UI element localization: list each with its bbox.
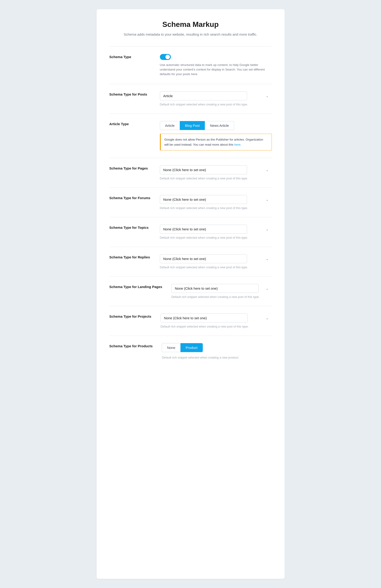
article-type-article-button[interactable]: Article [160,121,180,130]
posts-select[interactable]: Article None (Click here to set one) Blo… [160,91,247,100]
chevron-down-icon: ⌄ [266,227,269,231]
article-type-section: Article Type Article Blog Post News Arti… [109,113,272,158]
topics-select-wrapper: None (Click here to set one) ⌄ [160,225,272,233]
article-type-warning: Google does not allow Person as the Publ… [160,134,272,150]
projects-hint: Default rich snippet selected when creat… [161,325,272,328]
schema-type-replies-section: Schema Type for Replies None (Click here… [109,247,272,276]
schema-type-projects-label: Schema Type for Projects [109,314,152,318]
topics-select[interactable]: None (Click here to set one) [160,225,247,233]
pages-select-wrapper: None (Click here to set one) ⌄ [160,165,272,174]
page-title: Schema Markup [109,20,272,29]
schema-type-section: Schema Type Use automatic structured dat… [109,46,272,84]
chevron-down-icon: ⌄ [266,257,269,261]
schema-type-replies-content: None (Click here to set one) ⌄ Default r… [160,254,272,269]
warning-link[interactable]: here [234,143,240,146]
forums-hint: Default rich snippet selected when creat… [160,206,272,210]
schema-type-posts-label: Schema Type for Posts [109,91,151,96]
chevron-down-icon: ⌄ [266,94,269,98]
toggle-wrapper [160,54,272,60]
products-button-group: None Product [162,343,272,352]
schema-type-landing-pages-content: None (Click here to set one) ⌄ Default r… [171,284,272,299]
schema-type-products-section: Schema Type for Products None Product De… [109,336,272,367]
products-product-button[interactable]: Product [181,343,203,352]
settings-card: Schema Markup Schema adds metadata to yo… [96,9,285,579]
forums-select-wrapper: None (Click here to set one) ⌄ [160,195,272,204]
pages-hint: Default rich snippet selected when creat… [160,177,272,180]
projects-select[interactable]: None (Click here to set one) [161,314,248,322]
article-type-button-group: Article Blog Post News Article [160,121,272,130]
projects-select-wrapper: None (Click here to set one) ⌄ [161,314,272,322]
schema-type-landing-pages-label: Schema Type for Landing Pages [109,284,162,289]
schema-type-projects-section: Schema Type for Projects None (Click her… [109,306,272,336]
schema-type-topics-section: Schema Type for Topics None (Click here … [109,217,272,247]
schema-type-forums-label: Schema Type for Forums [109,195,151,200]
schema-type-posts-section: Schema Type for Posts Article None (Clic… [109,84,272,113]
schema-type-content: Use automatic structured data to mark up… [160,54,272,77]
schema-type-replies-label: Schema Type for Replies [109,254,151,259]
article-type-content: Article Blog Post News Article Google do… [160,121,272,150]
schema-type-projects-content: None (Click here to set one) ⌄ Default r… [161,314,272,328]
schema-type-toggle[interactable] [160,54,171,60]
page-subtitle: Schema adds metadata to your website, re… [109,32,272,37]
schema-type-posts-content: Article None (Click here to set one) Blo… [160,91,272,106]
schema-type-description: Use automatic structured data to mark up… [160,63,272,77]
chevron-down-icon: ⌄ [266,287,269,290]
replies-hint: Default rich snippet selected when creat… [160,266,272,269]
landing-pages-select-wrapper: None (Click here to set one) ⌄ [171,284,272,293]
posts-hint: Default rich snippet selected when creat… [160,103,272,106]
replies-select[interactable]: None (Click here to set one) [160,254,247,263]
warning-text: Google does not allow Person as the Publ… [164,138,263,146]
replies-select-wrapper: None (Click here to set one) ⌄ [160,254,272,263]
article-type-blogpost-button[interactable]: Blog Post [180,121,205,130]
products-none-button[interactable]: None [162,343,181,352]
pages-select[interactable]: None (Click here to set one) [160,165,247,174]
posts-select-wrapper: Article None (Click here to set one) Blo… [160,91,272,100]
schema-type-pages-content: None (Click here to set one) ⌄ Default r… [160,165,272,180]
schema-type-label: Schema Type [109,54,151,59]
schema-type-pages-label: Schema Type for Pages [109,165,151,170]
landing-pages-hint: Default rich snippet selected when creat… [171,295,272,299]
landing-pages-select[interactable]: None (Click here to set one) [171,284,259,293]
schema-type-products-content: None Product Default rich snippet select… [162,343,272,359]
schema-type-forums-content: None (Click here to set one) ⌄ Default r… [160,195,272,210]
schema-type-landing-pages-section: Schema Type for Landing Pages None (Clic… [109,276,272,306]
article-type-newsarticle-button[interactable]: News Article [205,121,234,130]
topics-hint: Default rich snippet selected when creat… [160,236,272,239]
schema-type-topics-label: Schema Type for Topics [109,225,151,230]
article-type-label: Article Type [109,121,151,126]
forums-select[interactable]: None (Click here to set one) [160,195,247,204]
schema-type-pages-section: Schema Type for Pages None (Click here t… [109,158,272,188]
chevron-down-icon: ⌄ [266,198,269,201]
schema-type-topics-content: None (Click here to set one) ⌄ Default r… [160,225,272,239]
chevron-down-icon: ⌄ [266,316,269,320]
schema-type-products-label: Schema Type for Products [109,343,153,348]
chevron-down-icon: ⌄ [266,168,269,172]
products-hint: Default rich snippet selected when creat… [162,356,272,359]
schema-type-forums-section: Schema Type for Forums None (Click here … [109,188,272,217]
